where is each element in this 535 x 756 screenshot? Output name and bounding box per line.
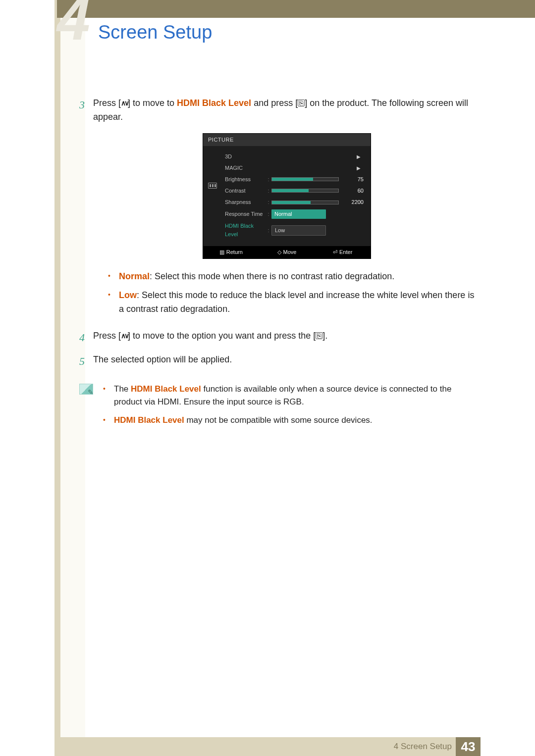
osd-selected-value: Low xyxy=(271,225,326,236)
step-body: The selected option will be applied. xyxy=(93,353,481,370)
step-5: 5 The selected option will be applied. xyxy=(79,353,481,370)
osd-footer: ▥Return ◇Move ⏎Enter xyxy=(203,246,371,258)
osd-label: Response Time xyxy=(210,210,266,218)
step-3: 3 Press [∧∨] to move to HDMI Black Level… xyxy=(79,97,481,322)
footer-section-label: 4 Screen Setup xyxy=(394,742,456,752)
move-icon: ◇ xyxy=(277,248,281,256)
keyword-hdmi-black-level: HDMI Black Level xyxy=(131,384,201,394)
step-4: 4 Press [∧∨] to move to the option you w… xyxy=(79,329,481,346)
slider-fill xyxy=(272,178,313,181)
slider-bar xyxy=(271,201,339,204)
text: Press [ xyxy=(93,331,121,341)
colon: : xyxy=(266,226,271,235)
colon: : xyxy=(266,187,271,195)
note-block: The HDMI Black Level function is availab… xyxy=(79,383,481,438)
keyword-hdmi-black-level: HDMI Black Level xyxy=(177,98,251,108)
note-list: The HDMI Black Level function is availab… xyxy=(103,383,481,432)
text: ] to move to the option you want and pre… xyxy=(128,331,316,341)
page-footer: 4 Screen Setup 43 xyxy=(54,737,535,756)
enter-icon: ⎘ xyxy=(298,100,305,106)
step-number: 5 xyxy=(79,353,93,370)
note-icon xyxy=(79,384,93,395)
top-olive-bar xyxy=(57,0,535,18)
return-icon: ▥ xyxy=(219,248,224,256)
step-body: Press [∧∨] to move to HDMI Black Level a… xyxy=(93,97,481,322)
osd-selected-value: Normal xyxy=(271,209,326,219)
mode-description-list: Normal: Select this mode when there is n… xyxy=(108,270,481,316)
text: may not be compatible with some source d… xyxy=(184,415,373,425)
osd-row-brightness: Brightness : 75 xyxy=(210,174,364,185)
chapter-number-watermark: 4 xyxy=(57,4,90,34)
osd-screenshot: PICTURE 3D ▶ MAGIC ▶ Brightness xyxy=(203,133,371,259)
keyword-hdmi-black-level: HDMI Black Level xyxy=(114,415,184,425)
enter-icon: ⏎ xyxy=(333,248,337,256)
footer-page-number: 43 xyxy=(456,737,481,756)
left-accent-bar xyxy=(54,0,60,740)
step-body: Press [∧∨] to move to the option you wan… xyxy=(93,329,481,346)
osd-footer-return: ▥Return xyxy=(203,248,259,256)
osd-label: Contrast xyxy=(210,187,266,195)
list-item: Normal: Select this mode when there is n… xyxy=(108,270,481,284)
label: Enter xyxy=(339,249,352,255)
osd-panel: PICTURE 3D ▶ MAGIC ▶ Brightness xyxy=(203,133,371,259)
menu-section-icon xyxy=(208,183,217,189)
text: ]. xyxy=(322,331,327,341)
osd-value: 2200 xyxy=(345,198,364,206)
text: : Select this mode when there is no cont… xyxy=(150,271,394,281)
osd-label-highlighted: HDMI Black Level xyxy=(210,222,266,239)
submenu-arrow-icon: ▶ xyxy=(266,164,364,172)
mode-name-low: Low xyxy=(119,290,137,300)
up-down-icon: ∧∨ xyxy=(121,331,128,342)
slider-fill xyxy=(272,201,311,204)
osd-footer-enter: ⏎Enter xyxy=(315,248,371,256)
list-item: The HDMI Black Level function is availab… xyxy=(103,383,481,409)
osd-row-3d: 3D ▶ xyxy=(210,151,364,162)
osd-value: 60 xyxy=(345,187,364,195)
osd-value: 75 xyxy=(345,175,364,184)
page-title: Screen Setup xyxy=(98,22,212,43)
osd-label: MAGIC xyxy=(210,164,266,172)
enter-icon: ⎘ xyxy=(316,332,322,339)
mode-name-normal: Normal xyxy=(119,271,150,281)
text: and press [ xyxy=(251,98,298,108)
text: Press [ xyxy=(93,98,121,108)
list-item: HDMI Black Level may not be compatible w… xyxy=(103,414,481,427)
step-number: 4 xyxy=(79,329,93,346)
text: : Select this mode to reduce the black l… xyxy=(119,290,474,314)
osd-footer-move: ◇Move xyxy=(259,248,315,256)
osd-body: 3D ▶ MAGIC ▶ Brightness : 75 xyxy=(203,146,371,246)
text: The selected option will be applied. xyxy=(93,354,232,364)
colon: : xyxy=(266,210,271,218)
osd-label: Sharpness xyxy=(210,198,266,206)
slider-fill xyxy=(272,189,309,192)
colon: : xyxy=(266,198,271,206)
text: The xyxy=(114,384,131,394)
label: Return xyxy=(226,249,243,255)
colon: : xyxy=(266,175,271,184)
up-down-icon: ∧∨ xyxy=(121,98,128,109)
text: ] to move to xyxy=(128,98,177,108)
osd-row-magic: MAGIC ▶ xyxy=(210,162,364,174)
osd-label: Brightness xyxy=(210,175,266,184)
list-item: Low: Select this mode to reduce the blac… xyxy=(108,289,481,316)
content-area: 3 Press [∧∨] to move to HDMI Black Level… xyxy=(79,97,481,438)
osd-row-sharpness: Sharpness : 2200 xyxy=(210,197,364,208)
osd-header: PICTURE xyxy=(203,134,371,146)
osd-label: 3D xyxy=(210,152,266,161)
slider-bar xyxy=(271,189,339,193)
label: Move xyxy=(283,249,297,255)
osd-row-response-time: Response Time : Normal xyxy=(210,208,364,220)
osd-row-contrast: Contrast : 60 xyxy=(210,185,364,197)
submenu-arrow-icon: ▶ xyxy=(266,153,364,161)
footer-gap xyxy=(481,737,535,756)
osd-row-hdmi-black-level: HDMI Black Level : Low xyxy=(210,220,364,240)
step-number: 3 xyxy=(79,97,93,322)
slider-bar xyxy=(271,177,339,181)
